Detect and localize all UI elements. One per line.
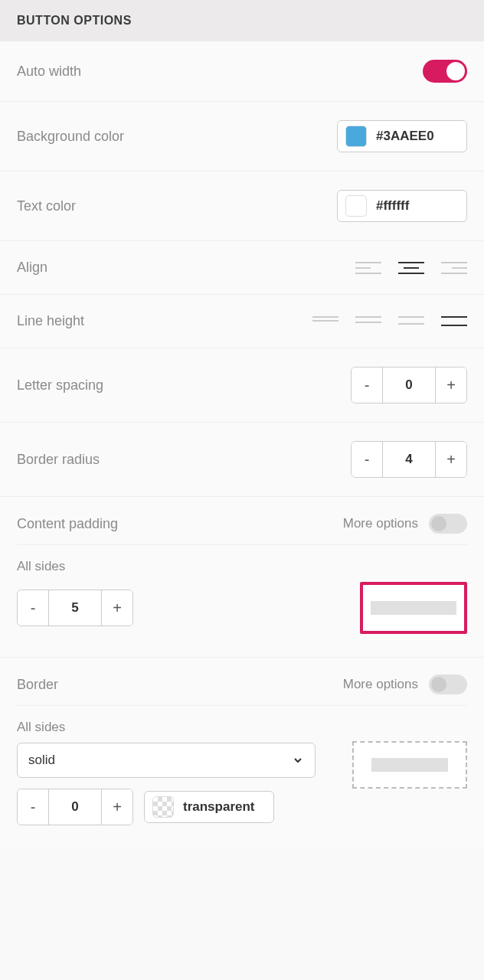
increment-button[interactable]: +	[436, 442, 466, 477]
panel-header: BUTTON OPTIONS	[0, 0, 484, 41]
more-options-label: More options	[343, 516, 418, 531]
background-color-value: #3AAEE0	[376, 129, 434, 144]
more-options-label: More options	[343, 677, 418, 692]
auto-width-toggle[interactable]	[423, 60, 467, 83]
border-radius-stepper: - 4 +	[351, 441, 467, 478]
decrement-button[interactable]: -	[18, 789, 48, 825]
line-height-s-icon[interactable]	[355, 316, 381, 326]
increment-button[interactable]: +	[102, 789, 132, 825]
align-center-icon[interactable]	[398, 262, 424, 274]
section-content-padding: Content padding More options All sides -…	[0, 497, 484, 658]
border-preview-icon	[352, 741, 467, 789]
padding-all-sides-label: All sides	[17, 559, 467, 574]
letter-spacing-value[interactable]: 0	[382, 368, 436, 403]
color-swatch-icon	[345, 195, 367, 217]
border-style-select[interactable]: solid	[17, 743, 316, 778]
border-width-value[interactable]: 0	[48, 789, 102, 825]
border-all-sides-label: All sides	[17, 720, 352, 735]
padding-preview-icon	[360, 582, 467, 634]
row-auto-width: Auto width	[0, 41, 484, 102]
color-swatch-icon	[345, 126, 367, 147]
border-preview-inner	[371, 758, 448, 772]
padding-all-sides-value[interactable]: 5	[48, 590, 102, 626]
auto-width-label: Auto width	[17, 64, 81, 80]
border-width-stepper: - 0 +	[17, 789, 133, 825]
decrement-button[interactable]: -	[18, 590, 48, 626]
row-align: Align	[0, 241, 484, 295]
section-border: Border More options All sides solid - 0 …	[0, 658, 484, 848]
text-color-input[interactable]: #ffffff	[337, 190, 467, 222]
row-letter-spacing: Letter spacing - 0 +	[0, 348, 484, 423]
content-padding-label: Content padding	[17, 516, 118, 532]
padding-preview-inner	[371, 601, 456, 615]
chevron-down-icon	[292, 754, 304, 766]
align-label: Align	[17, 260, 47, 276]
border-label: Border	[17, 677, 58, 693]
content-padding-more-toggle[interactable]	[429, 514, 467, 534]
row-border-radius: Border radius - 4 +	[0, 423, 484, 497]
border-color-input[interactable]: transparent	[144, 791, 274, 823]
color-swatch-icon	[152, 796, 174, 818]
line-height-xs-icon[interactable]	[312, 316, 338, 326]
border-color-value: transparent	[183, 799, 255, 815]
align-left-icon[interactable]	[355, 262, 381, 274]
line-height-l-icon[interactable]	[441, 316, 467, 326]
toggle-knob	[431, 516, 446, 531]
letter-spacing-stepper: - 0 +	[351, 367, 467, 403]
align-right-icon[interactable]	[441, 262, 467, 274]
align-options	[355, 262, 467, 274]
row-text-color: Text color #ffffff	[0, 172, 484, 241]
text-color-value: #ffffff	[376, 198, 409, 214]
background-color-label: Background color	[17, 129, 124, 145]
border-radius-value[interactable]: 4	[382, 442, 436, 477]
toggle-knob	[446, 62, 465, 80]
line-height-options	[312, 316, 467, 326]
border-style-value: solid	[28, 753, 55, 768]
increment-button[interactable]: +	[436, 368, 466, 403]
increment-button[interactable]: +	[102, 590, 132, 626]
text-color-label: Text color	[17, 198, 76, 214]
toggle-knob	[431, 677, 446, 692]
background-color-input[interactable]: #3AAEE0	[337, 120, 467, 152]
line-height-label: Line height	[17, 313, 84, 329]
row-background-color: Background color #3AAEE0	[0, 102, 484, 172]
decrement-button[interactable]: -	[352, 368, 382, 403]
panel-title: BUTTON OPTIONS	[17, 14, 132, 27]
border-radius-label: Border radius	[17, 452, 100, 468]
border-more-toggle[interactable]	[429, 675, 467, 694]
padding-all-sides-stepper: - 5 +	[17, 590, 133, 626]
row-line-height: Line height	[0, 295, 484, 348]
letter-spacing-label: Letter spacing	[17, 377, 103, 394]
decrement-button[interactable]: -	[352, 442, 382, 477]
line-height-m-icon[interactable]	[398, 316, 424, 326]
